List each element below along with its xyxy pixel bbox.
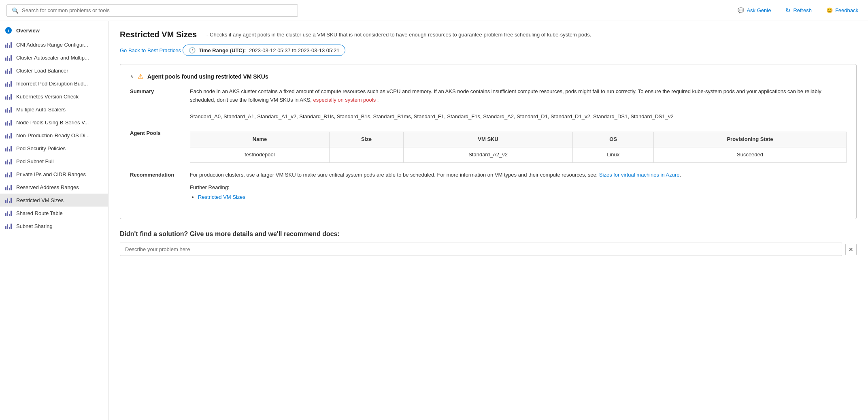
time-range-label: Time Range (UTC): 2023-03-12 05:37 to 20… [199, 47, 340, 53]
sidebar-item-private-ips-cidr[interactable]: Private IPs and CIDR Ranges [0, 168, 108, 181]
col-provisioning-state: Provisioning State [654, 132, 847, 147]
incorrect-pod-disruption-icon [5, 80, 12, 87]
summary-label: Summary [130, 87, 179, 121]
section-title: Agent pools found using restricted VM SK… [147, 73, 268, 80]
search-box[interactable]: 🔍 [6, 4, 298, 17]
col-name: Name [190, 132, 330, 147]
sidebar-item-node-pools-b-series[interactable]: Node Pools Using B-Series V... [0, 116, 108, 129]
refresh-icon: ↻ [785, 7, 791, 14]
sidebar-item-cluster-load-balancer[interactable]: Cluster Load Balancer [0, 64, 108, 77]
sidebar-item-kubernetes-version[interactable]: Kubernetes Version Check [0, 90, 108, 103]
col-size: Size [329, 132, 403, 147]
collapse-icon: ∧ [130, 74, 134, 79]
feedback-icon: 😊 [826, 7, 833, 13]
sidebar-item-pod-security-policies[interactable]: Pod Security Policies [0, 142, 108, 155]
topbar-actions: 💬 Ask Genie ↻ Refresh 😊 Feedback [734, 5, 862, 16]
node-pools-b-series-icon [5, 119, 12, 126]
cell-name: testnodepool [190, 147, 330, 162]
clock-icon: 🕐 [189, 47, 196, 53]
page-title: Restricted VM Sizes [120, 29, 197, 40]
sidebar-item-reserved-address-ranges[interactable]: Reserved Address Ranges [0, 181, 108, 194]
sidebar-item-incorrect-pod-disruption[interactable]: Incorrect Pod Disruption Bud... [0, 77, 108, 90]
restricted-vm-sizes-icon [5, 197, 12, 203]
further-reading-link-0[interactable]: Restricted VM Sizes [198, 194, 245, 200]
section-card: ∧ ⚠ Agent pools found using restricted V… [120, 64, 857, 219]
private-ips-cidr-icon [5, 171, 12, 177]
section-header[interactable]: ∧ ⚠ Agent pools found using restricted V… [130, 72, 847, 80]
close-input-button[interactable]: ✕ [845, 244, 857, 255]
go-back-link[interactable]: Go Back to Best Practices [120, 47, 181, 53]
close-icon: ✕ [849, 246, 853, 253]
recommendation-body: For production clusters, use a larger VM… [190, 171, 847, 203]
search-icon: 🔍 [12, 7, 19, 14]
sidebar-item-subnet-sharing[interactable]: Subnet Sharing [0, 220, 108, 232]
search-input[interactable] [22, 7, 293, 13]
table-body: testnodepool Standard_A2_v2 Linux Succee… [190, 147, 847, 162]
main-layout: i Overview CNI Address Range Configur...… [0, 21, 868, 420]
feedback-button[interactable]: 😊 Feedback [823, 6, 862, 15]
col-os: OS [573, 132, 654, 147]
recommendation-label: Recommendation [130, 171, 179, 203]
kubernetes-version-icon [5, 93, 12, 100]
reserved-address-ranges-icon [5, 184, 12, 190]
bottom-headline: Didn't find a solution? Give us more det… [120, 230, 857, 238]
recommendation-row: Recommendation For production clusters, … [130, 171, 847, 203]
cluster-load-balancer-icon [5, 67, 12, 74]
overview-icon: i [5, 27, 12, 34]
multiple-auto-scalers-icon [5, 106, 12, 113]
shared-route-table-icon [5, 210, 12, 216]
agent-pools-row: Agent Pools Name Size VM SKU OS Provisio… [130, 129, 847, 163]
problem-input[interactable] [120, 243, 842, 256]
recommendation-link[interactable]: Sizes for virtual machines in Azure [599, 172, 680, 178]
cell-vm-sku: Standard_A2_v2 [403, 147, 572, 162]
highlight-text: especially on system pools [313, 97, 376, 103]
sidebar-item-non-production-os[interactable]: Non-Production-Ready OS Di... [0, 129, 108, 142]
warning-icon: ⚠ [138, 72, 143, 80]
refresh-button[interactable]: ↻ Refresh [782, 5, 815, 16]
table-header: Name Size VM SKU OS Provisioning State [190, 132, 847, 147]
topbar: 🔍 💬 Ask Genie ↻ Refresh 😊 Feedback [0, 0, 868, 21]
non-production-os-icon [5, 132, 12, 139]
page-header: Restricted VM Sizes - Checks if any agen… [120, 29, 857, 40]
page-description: - Checks if any agent pools in the clust… [206, 29, 857, 39]
time-range-badge: 🕐 Time Range (UTC): 2023-03-12 05:37 to … [183, 45, 346, 56]
cni-address-icon [5, 41, 12, 48]
sidebar-item-cluster-autoscaler[interactable]: Cluster Autoscaler and Multip... [0, 51, 108, 64]
sidebar-item-overview[interactable]: i Overview [0, 23, 108, 38]
bottom-section: Didn't find a solution? Give us more det… [120, 230, 857, 256]
content-area: Restricted VM Sizes - Checks if any agen… [108, 21, 868, 420]
col-vm-sku: VM SKU [403, 132, 572, 147]
agent-pools-table-container: Name Size VM SKU OS Provisioning State t… [190, 129, 847, 163]
summary-body: Each node in an AKS cluster contains a f… [190, 87, 847, 121]
cell-size [329, 147, 403, 162]
agent-pools-table: Name Size VM SKU OS Provisioning State t… [190, 132, 847, 163]
sidebar-item-multiple-auto-scalers[interactable]: Multiple Auto-Scalers [0, 103, 108, 116]
subnet-sharing-icon [5, 223, 12, 229]
pod-security-policies-icon [5, 145, 12, 151]
sidebar-item-cni-address[interactable]: CNI Address Range Configur... [0, 38, 108, 51]
further-reading: Further Reading: Restricted VM Sizes [190, 183, 847, 202]
ask-genie-button[interactable]: 💬 Ask Genie [734, 6, 774, 15]
sidebar-item-restricted-vm-sizes[interactable]: Restricted VM Sizes [0, 194, 108, 207]
ask-genie-icon: 💬 [738, 7, 744, 13]
sidebar: i Overview CNI Address Range Configur...… [0, 21, 108, 420]
agent-pools-label: Agent Pools [130, 129, 179, 163]
summary-row: Summary Each node in an AKS cluster cont… [130, 87, 847, 121]
cell-os: Linux [573, 147, 654, 162]
sidebar-item-pod-subnet-full[interactable]: Pod Subnet Full [0, 155, 108, 168]
cluster-autoscaler-icon [5, 54, 12, 61]
sidebar-item-shared-route-table[interactable]: Shared Route Table [0, 207, 108, 220]
table-row: testnodepool Standard_A2_v2 Linux Succee… [190, 147, 847, 162]
problem-input-row: ✕ [120, 243, 857, 256]
pod-subnet-full-icon [5, 158, 12, 164]
cell-provisioning-state: Succeeded [654, 147, 847, 162]
